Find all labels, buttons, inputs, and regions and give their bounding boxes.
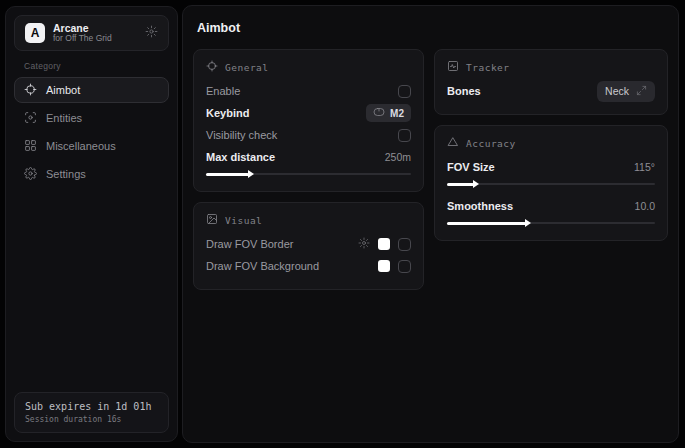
accuracy-card-header: Accuracy <box>447 136 655 150</box>
accuracy-card-title: Accuracy <box>466 138 516 149</box>
left-column: General Enable Keybind M2 V <box>193 49 424 290</box>
sub-expires-text: Sub expires in 1d 01h <box>25 401 158 412</box>
bones-label: Bones <box>447 85 481 97</box>
visibility-check-row: Visibility check <box>206 124 411 146</box>
right-column: Tracker Bones Neck <box>434 49 668 290</box>
session-duration-text: Session duration 16s <box>25 415 158 424</box>
slider-thumb[interactable] <box>525 219 531 227</box>
fov-border-checkbox[interactable] <box>398 238 411 251</box>
fov-border-row: Draw FOV Border <box>206 233 411 255</box>
keybind-value: M2 <box>390 108 404 119</box>
fov-background-row: Draw FOV Background <box>206 255 411 277</box>
enable-checkbox[interactable] <box>398 85 411 98</box>
app-logo-card: A Arcane for Off The Grid <box>14 15 169 51</box>
grid-icon <box>24 139 37 154</box>
app-subtitle: for Off The Grid <box>53 34 137 44</box>
app-logo: A <box>25 23 45 43</box>
sidebar-item-label: Miscellaneous <box>46 140 116 152</box>
fov-background-checkbox[interactable] <box>398 260 411 273</box>
sidebar-item-label: Aimbot <box>46 84 80 96</box>
sidebar-item-entities[interactable]: Entities <box>14 105 169 131</box>
smoothness-label: Smoothness <box>447 200 513 212</box>
fov-background-color-swatch[interactable] <box>378 260 390 272</box>
fov-size-row: FOV Size 115° <box>447 156 655 178</box>
sidebar-item-label: Entities <box>46 112 82 124</box>
visibility-check-checkbox[interactable] <box>398 129 411 142</box>
visual-card: Visual Draw FOV Border Draw FOV Backgrou… <box>193 202 424 290</box>
sidebar-item-label: Settings <box>46 168 86 180</box>
subscription-card: Sub expires in 1d 01h Session duration 1… <box>14 392 169 433</box>
general-card-title: General <box>225 62 269 73</box>
scan-icon <box>24 111 37 126</box>
bones-row: Bones Neck <box>447 80 655 102</box>
fov-background-controls <box>378 260 411 273</box>
fov-border-controls <box>358 235 411 253</box>
keybind-label: Keybind <box>206 107 249 119</box>
slider-fill <box>206 173 249 176</box>
keybind-button[interactable]: M2 <box>366 104 411 122</box>
sidebar-item-aimbot[interactable]: Aimbot <box>14 77 169 103</box>
fov-size-label: FOV Size <box>447 161 495 173</box>
bones-select-button[interactable]: Neck <box>597 81 655 102</box>
fov-border-color-swatch[interactable] <box>378 238 390 250</box>
tracker-card-header: Tracker <box>447 60 655 74</box>
gear-icon[interactable] <box>145 24 158 42</box>
visual-card-title: Visual <box>225 215 262 226</box>
fov-background-label: Draw FOV Background <box>206 260 319 272</box>
smoothness-row: Smoothness 10.0 <box>447 195 655 217</box>
sidebar-nav: Aimbot Entities Miscellaneous Settings <box>6 77 177 187</box>
image-icon <box>206 213 218 227</box>
card-columns: General Enable Keybind M2 V <box>193 49 668 290</box>
main-content: Aimbot General Enable Keybind <box>182 5 679 443</box>
tracker-card-title: Tracker <box>466 62 510 73</box>
crosshair-icon <box>206 60 218 74</box>
slider-fill <box>447 222 526 225</box>
fov-size-slider[interactable] <box>447 179 655 189</box>
slider-thumb[interactable] <box>473 180 479 188</box>
max-distance-label: Max distance <box>206 151 275 163</box>
slider-thumb[interactable] <box>248 170 254 178</box>
gear-icon[interactable] <box>358 235 370 253</box>
gear-icon <box>24 167 37 182</box>
slider-fill <box>447 183 474 186</box>
sidebar-item-settings[interactable]: Settings <box>14 161 169 187</box>
accuracy-card: Accuracy FOV Size 115° Smoothness 10.0 <box>434 125 668 241</box>
enable-label: Enable <box>206 85 240 97</box>
max-distance-row: Max distance 250m <box>206 146 411 168</box>
sidebar-item-miscellaneous[interactable]: Miscellaneous <box>14 133 169 159</box>
general-card: General Enable Keybind M2 V <box>193 49 424 192</box>
category-label: Category <box>24 61 177 71</box>
smoothness-slider[interactable] <box>447 218 655 228</box>
mouse-icon <box>373 107 385 119</box>
activity-icon <box>447 60 459 74</box>
triangle-icon <box>447 136 459 150</box>
visibility-check-label: Visibility check <box>206 129 277 141</box>
app-title-block: Arcane for Off The Grid <box>53 22 137 44</box>
fov-size-value: 115° <box>634 161 655 173</box>
smoothness-value: 10.0 <box>635 200 655 212</box>
keybind-row: Keybind M2 <box>206 102 411 124</box>
expand-icon <box>636 85 647 98</box>
sidebar: A Arcane for Off The Grid Category Aimbo… <box>5 6 178 442</box>
max-distance-value: 250m <box>385 151 411 163</box>
bones-selected-value: Neck <box>605 85 629 97</box>
fov-border-label: Draw FOV Border <box>206 238 293 250</box>
tracker-card: Tracker Bones Neck <box>434 49 668 115</box>
general-card-header: General <box>206 60 411 74</box>
max-distance-slider[interactable] <box>206 169 411 179</box>
page-title: Aimbot <box>197 21 668 35</box>
crosshair-icon <box>24 83 37 98</box>
visual-card-header: Visual <box>206 213 411 227</box>
enable-row: Enable <box>206 80 411 102</box>
